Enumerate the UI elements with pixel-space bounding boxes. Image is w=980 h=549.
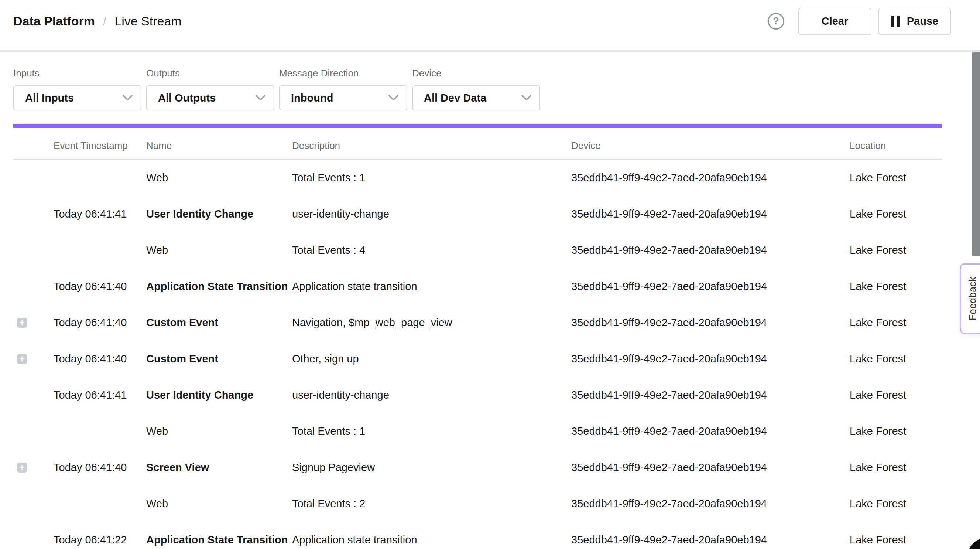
chevron-down-icon [522,95,531,101]
event-location: Lake Forest [850,389,942,401]
breadcrumb: Data Platform / Live Stream [13,14,182,29]
table-row: + Web Total Events : 1 35eddb41-9ff9-49e… [13,160,942,196]
table-row: + Web Total Events : 4 35eddb41-9ff9-49e… [13,232,942,268]
event-location: Lake Forest [850,461,942,474]
column-header-name: Name [146,140,292,152]
table-body: + Web Total Events : 1 35eddb41-9ff9-49e… [13,160,942,549]
event-name: User Identity Change [146,389,292,401]
event-description: user-identity-change [292,389,571,401]
event-description: Total Events : 1 [292,425,571,437]
column-header-description: Description [292,140,571,152]
live-stream-page: Data Platform / Live Stream ? Clear Paus… [0,0,980,549]
event-location: Lake Forest [850,498,942,510]
event-name: Application State Transition [146,534,292,546]
table-row: + Today 06:41:40 Screen View Signup Page… [13,449,942,485]
table-row: + Today 06:41:40 Custom Event Navigation… [13,305,942,341]
event-name: Custom Event [146,353,292,365]
table-row: + Web Total Events : 2 35eddb41-9ff9-49e… [13,485,942,522]
feedback-tab[interactable]: Feedback [960,263,980,334]
table-row: + Today 06:41:40 Custom Event Other, sig… [13,341,942,377]
event-description: Total Events : 4 [292,244,571,256]
event-location: Lake Forest [850,208,942,220]
filter-select[interactable]: All Dev Data [412,85,540,110]
event-name: Web [146,172,292,184]
filter-selected-value: Inbound [291,92,333,104]
table-row: + Today 06:41:41 User Identity Change us… [13,196,942,232]
page-header: Data Platform / Live Stream ? Clear Paus… [0,0,980,50]
table-header-row: Event Timestamp Name Description Device … [13,128,942,160]
filter-label: Outputs [146,68,274,79]
event-description: user-identity-change [292,208,571,220]
column-header-device: Device [571,140,850,152]
event-device: 35eddb41-9ff9-49e2-7aed-20afa90eb194 [571,389,850,401]
event-device: 35eddb41-9ff9-49e2-7aed-20afa90eb194 [571,353,850,365]
expand-row-button[interactable]: + [17,318,27,328]
event-device: 35eddb41-9ff9-49e2-7aed-20afa90eb194 [571,425,850,437]
table-row: + Today 06:41:41 User Identity Change us… [13,377,942,413]
event-name: Custom Event [146,317,292,329]
filter-select[interactable]: Inbound [279,85,407,110]
event-device: 35eddb41-9ff9-49e2-7aed-20afa90eb194 [571,208,850,220]
event-timestamp: Today 06:41:40 [54,317,146,329]
event-location: Lake Forest [850,244,942,256]
column-header-location: Location [850,140,942,152]
event-device: 35eddb41-9ff9-49e2-7aed-20afa90eb194 [571,281,850,293]
event-description: Total Events : 1 [292,172,571,184]
filter-select[interactable]: All Outputs [146,85,274,110]
event-name: Web [146,244,292,256]
chevron-down-icon [123,95,132,101]
event-name: Web [146,498,292,510]
events-table: Event Timestamp Name Description Device … [13,128,942,549]
event-name: Application State Transition [146,281,292,293]
table-row: + Today 06:41:22 Application State Trans… [13,522,942,549]
event-timestamp: Today 06:41:41 [54,389,146,401]
filter-label: Device [412,68,540,79]
event-location: Lake Forest [850,425,942,437]
event-timestamp: Today 06:41:41 [54,208,146,220]
event-device: 35eddb41-9ff9-49e2-7aed-20afa90eb194 [571,534,850,546]
header-actions: ? Clear Pause [768,8,951,35]
event-location: Lake Forest [850,172,942,184]
event-timestamp: Today 06:41:22 [54,534,146,546]
event-description: Application state transition [292,534,571,546]
pause-icon [891,16,900,27]
event-location: Lake Forest [850,317,942,329]
breadcrumb-live-stream: Live Stream [115,14,181,29]
chevron-down-icon [388,95,398,101]
filter: Message Direction Inbound [279,68,407,110]
breadcrumb-separator: / [103,14,107,29]
clear-button[interactable]: Clear [798,8,872,35]
filter-label: Inputs [13,68,142,79]
filter: Device All Dev Data [412,68,540,110]
breadcrumb-data-platform[interactable]: Data Platform [13,14,95,29]
filter-label: Message Direction [279,68,407,79]
event-name: Web [146,425,292,437]
help-icon[interactable]: ? [768,13,784,30]
column-header-event-timestamp: Event Timestamp [54,140,146,152]
event-location: Lake Forest [850,281,942,293]
event-name: Screen View [146,461,292,474]
event-description: Total Events : 2 [292,498,571,510]
feedback-tab-label: Feedback [967,277,978,321]
event-description: Other, sign up [292,353,571,365]
filter-selected-value: All Inputs [25,92,74,104]
event-timestamp: Today 06:41:40 [54,281,146,293]
filter: Inputs All Inputs [13,68,142,110]
event-device: 35eddb41-9ff9-49e2-7aed-20afa90eb194 [571,172,850,184]
pause-button-label: Pause [907,15,938,27]
chat-launcher[interactable] [967,538,980,549]
scrollbar-thumb[interactable] [972,53,980,256]
event-timestamp: Today 06:41:40 [54,461,146,474]
event-description: Signup Pageview [292,461,571,474]
filter: Outputs All Outputs [146,68,274,110]
event-timestamp: Today 06:41:40 [54,353,146,365]
event-location: Lake Forest [850,353,942,365]
pause-button[interactable]: Pause [878,8,951,35]
header-divider [0,50,980,53]
table-row: + Today 06:41:40 Application State Trans… [13,268,942,305]
event-device: 35eddb41-9ff9-49e2-7aed-20afa90eb194 [571,317,850,329]
event-device: 35eddb41-9ff9-49e2-7aed-20afa90eb194 [571,498,850,510]
expand-row-button[interactable]: + [17,354,27,364]
expand-row-button[interactable]: + [17,463,27,472]
filter-select[interactable]: All Inputs [13,85,142,110]
